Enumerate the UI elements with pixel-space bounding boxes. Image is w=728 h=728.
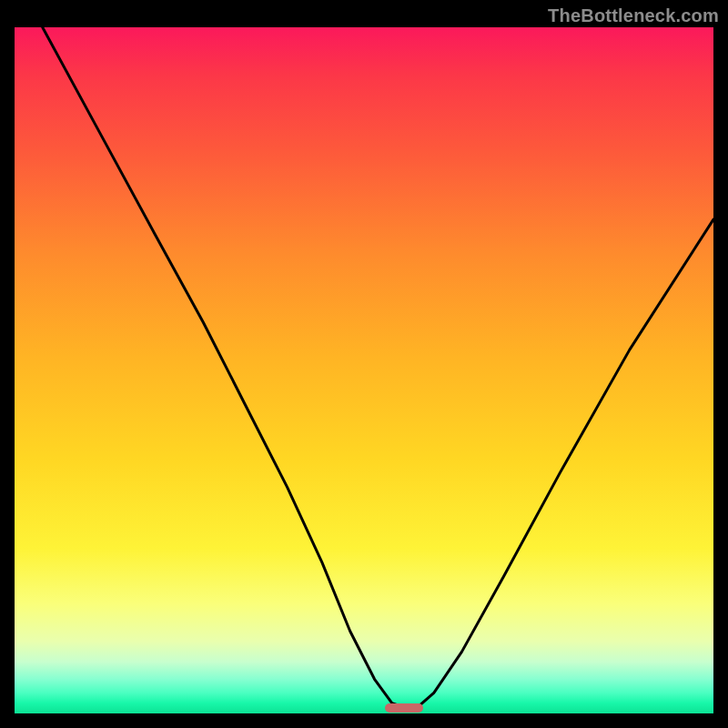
curve-svg — [15, 27, 713, 713]
optimal-marker — [385, 703, 423, 713]
chart-stage: TheBottleneck.com — [0, 0, 728, 728]
bottleneck-curve — [43, 27, 713, 708]
plot-area — [15, 27, 713, 713]
watermark-text: TheBottleneck.com — [548, 5, 719, 26]
